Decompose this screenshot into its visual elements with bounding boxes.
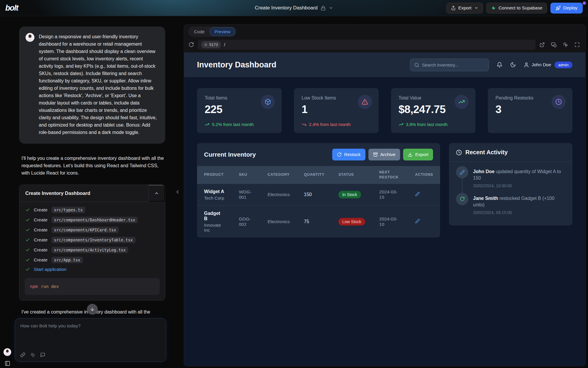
rocket-icon [556,6,561,11]
file-chip[interactable]: src/components/DashboardHeader.tsx [51,217,138,223]
chevron-down-icon [474,6,478,10]
open-external-button[interactable] [539,42,545,47]
trending-up-icon [399,122,403,127]
restock-button[interactable]: Restock [332,149,365,160]
quantity-cell[interactable]: 75 [297,205,332,238]
search-input[interactable] [422,62,485,67]
activity-title: Recent Activity [465,149,508,156]
app-viewport: Inventory Dashboard [184,52,585,366]
deploy-button[interactable]: Deploy [550,3,583,14]
file-chip[interactable]: src/App.tsx [51,257,83,263]
timeline-connector [462,178,462,193]
file-chip[interactable]: src/components/InventoryTable.tsx [51,237,136,243]
scroll-to-bottom-button[interactable] [87,304,98,315]
chat-panel: Design a responsive and user-friendly in… [19,26,165,315]
export-inventory-button[interactable]: Export [403,149,433,160]
bell-icon [497,62,502,68]
project-title-menu[interactable]: Create Inventory Dashboard [255,5,333,11]
table-row: Widget A Tech Corp WDG-001 Electronics 1… [197,184,440,205]
workflow-step: Create src/types.ts [25,205,160,215]
file-chip[interactable]: src/components/ActivityLog.tsx [51,247,128,253]
export-button[interactable]: Export [446,3,483,14]
sidebar-toggle-button[interactable] [5,361,10,366]
main-content: Current Inventory Restock Ar [184,133,585,248]
enhance-prompt-button[interactable] [30,352,35,357]
tab-preview[interactable]: Preview [210,27,235,36]
port-pill[interactable]: 5173 [201,41,221,48]
plug-zap-icon [204,43,208,47]
archive-button[interactable]: Archive [368,149,400,160]
external-link-icon [539,42,545,47]
reload-button[interactable] [188,42,194,47]
kpi-card-total-value: Total Value $8,247.75 3.8% from last mon… [391,88,476,133]
discussion-mode-button[interactable] [40,352,45,357]
download-icon [408,152,412,157]
check-icon [25,218,30,222]
tab-code[interactable]: Code [189,27,210,36]
activity-item: Jane Smith restocked Gadget B (+100 unit… [456,193,565,220]
dark-mode-toggle[interactable] [510,62,516,68]
user-message-bubble: Design a responsive and user-friendly in… [19,26,165,144]
arrow-down-icon [90,307,95,312]
start-application-link[interactable]: Start application [34,267,66,272]
col-product: Product [197,166,232,184]
pencil-icon [415,192,420,196]
quantity-cell[interactable]: 150 [297,184,332,205]
user-name: John Doe [532,62,551,67]
inventory-table: Product SKU Category Quantity Status Nex… [197,166,440,238]
col-status: Status [331,166,372,184]
url-field[interactable]: 5173 / [198,40,536,50]
user-prompt-text: Design a responsive and user-friendly in… [39,33,158,136]
product-supplier: Tech Corp [204,195,225,200]
workflow-title: Create Inventory Dashboard [19,185,148,202]
sku-cell: GDG-002 [232,205,260,238]
notifications-button[interactable] [497,62,502,68]
chevron-left-icon [175,189,181,195]
chat-input-box[interactable] [15,318,166,362]
inventory-title: Current Inventory [204,151,256,158]
account-avatar[interactable] [4,348,11,356]
edit-row-button[interactable] [415,192,420,196]
trending-up-icon [455,95,469,109]
moon-icon [510,62,516,68]
workflow-collapse-button[interactable] [148,185,165,202]
sparkles-icon [30,352,35,357]
inspector-button[interactable] [563,42,568,47]
attach-link-button[interactable] [20,352,25,357]
user-menu[interactable]: John Doe [524,62,551,68]
chat-bubble-icon [40,352,45,357]
fullscreen-button[interactable] [574,42,580,47]
device-preview-button[interactable] [551,42,557,47]
chat-input-field[interactable] [20,323,161,348]
check-icon [25,248,30,252]
activity-timestamp: 20/02/2024, 10:30:00 [473,183,565,188]
url-path: / [224,42,225,47]
table-row: Gadget B Innovate Inc GDG-002 Electronic… [197,205,440,238]
search-inventory-box[interactable] [410,59,489,71]
product-name: Gadget B [204,211,225,221]
lock-icon [320,6,325,11]
collapse-chat-button[interactable] [175,189,181,195]
activity-user: John Doe [473,169,495,174]
preview-urlbar: 5173 / [184,39,585,52]
bolt-logo[interactable]: bolt [5,4,18,13]
check-icon [25,267,30,272]
table-header-row: Product SKU Category Quantity Status Nex… [197,166,440,184]
monitor-smartphone-icon [551,42,557,47]
col-sku: SKU [232,166,260,184]
activity-timestamp: 20/02/2024, 09:15:00 [473,210,565,215]
edit-row-button[interactable] [415,219,420,223]
kpi-delta: 3.8% from last month [399,122,448,127]
file-chip[interactable]: src/components/KPICard.tsx [51,227,119,233]
product-supplier: Innovate Inc [204,223,225,233]
trending-up-icon [205,122,209,127]
col-category: Category [260,166,297,184]
next-restock-cell: 2024-03-10 [372,205,408,238]
col-quantity: Quantity [297,166,332,184]
role-badge: admin [554,62,572,68]
connect-supabase-button[interactable]: Connect to Supabase [486,3,547,14]
file-chip[interactable]: src/types.ts [51,207,86,213]
clock-icon [552,95,566,109]
panel-left-icon [5,361,10,366]
workflow-step: Create src/components/InventoryTable.tsx [25,235,160,245]
